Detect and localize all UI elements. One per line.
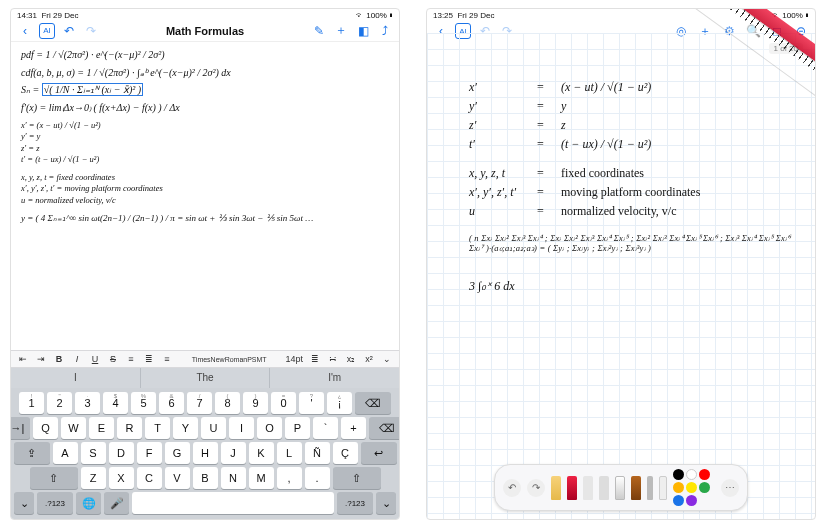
enter-key[interactable]: ↩︎ bbox=[361, 442, 397, 464]
key-P[interactable]: P bbox=[285, 417, 310, 439]
shapes-icon[interactable]: ◧ bbox=[355, 23, 371, 39]
pen-icon[interactable]: ✎ bbox=[311, 23, 327, 39]
align-left-icon[interactable]: ≡ bbox=[125, 354, 137, 364]
key-6[interactable]: 6& bbox=[159, 392, 184, 414]
list-dash-icon[interactable]: ∺ bbox=[327, 354, 339, 364]
key-R[interactable]: R bbox=[117, 417, 142, 439]
num-toggle-key-right[interactable]: .?123 bbox=[337, 492, 373, 514]
color-swatch[interactable] bbox=[673, 482, 684, 493]
key-Q[interactable]: Q bbox=[33, 417, 58, 439]
marker-tool[interactable] bbox=[583, 476, 593, 500]
key-Ç[interactable]: Ç bbox=[333, 442, 358, 464]
strike-icon[interactable]: S bbox=[107, 354, 119, 364]
key-C[interactable]: C bbox=[137, 467, 162, 489]
key-X[interactable]: X bbox=[109, 467, 134, 489]
pencil-tool[interactable] bbox=[551, 476, 561, 500]
key-B[interactable]: B bbox=[193, 467, 218, 489]
key-5[interactable]: 5% bbox=[131, 392, 156, 414]
brush-tool[interactable] bbox=[631, 476, 641, 500]
suggestion-2[interactable]: The bbox=[141, 368, 271, 388]
key-`[interactable]: ` bbox=[313, 417, 338, 439]
back-icon[interactable]: ‹ bbox=[17, 23, 33, 39]
align-right-icon[interactable]: ≡ bbox=[161, 354, 173, 364]
key-E[interactable]: E bbox=[89, 417, 114, 439]
key-3[interactable]: 3· bbox=[75, 392, 100, 414]
palette-redo-icon[interactable]: ↷ bbox=[527, 479, 545, 497]
key-T[interactable]: T bbox=[145, 417, 170, 439]
caret-selection[interactable]: √( 1/N · Σᵢ₌₁ᴺ (xᵢ − x̄)² ) bbox=[42, 83, 143, 96]
key-¡[interactable]: ¡¿ bbox=[327, 392, 352, 414]
key-O[interactable]: O bbox=[257, 417, 282, 439]
suggestion-3[interactable]: I'm bbox=[270, 368, 399, 388]
num-toggle-key[interactable]: .?123 bbox=[37, 492, 73, 514]
key-V[interactable]: V bbox=[165, 467, 190, 489]
list-bullet-icon[interactable]: ≣ bbox=[309, 354, 321, 364]
shift-key-left[interactable]: ⇧ bbox=[30, 467, 78, 489]
color-swatch[interactable] bbox=[699, 469, 710, 480]
key-U[interactable]: U bbox=[201, 417, 226, 439]
key-7[interactable]: 7/ bbox=[187, 392, 212, 414]
document-body[interactable]: pdf = 1 / √(2πσ²) · e^(−(x−μ)² / 2σ²) cd… bbox=[11, 42, 399, 232]
key-D[interactable]: D bbox=[109, 442, 134, 464]
key-W[interactable]: W bbox=[61, 417, 86, 439]
key-G[interactable]: G bbox=[165, 442, 190, 464]
color-swatch[interactable] bbox=[673, 495, 684, 506]
color-swatch[interactable] bbox=[686, 482, 697, 493]
key-+[interactable]: + bbox=[341, 417, 366, 439]
eraser-tool[interactable] bbox=[615, 476, 625, 500]
key-1[interactable]: 1! bbox=[19, 392, 44, 414]
color-swatch[interactable] bbox=[686, 495, 697, 506]
highlighter-tool[interactable] bbox=[599, 476, 609, 500]
key-8[interactable]: 8( bbox=[215, 392, 240, 414]
underline-icon[interactable]: U bbox=[89, 354, 101, 364]
x-sup-icon[interactable]: x² bbox=[363, 354, 375, 364]
key-S[interactable]: S bbox=[81, 442, 106, 464]
indent-out-icon[interactable]: ⇤ bbox=[17, 354, 29, 364]
redo-icon[interactable]: ↷ bbox=[83, 23, 99, 39]
key-'[interactable]: '? bbox=[299, 392, 324, 414]
tab-key[interactable]: →| bbox=[10, 417, 30, 439]
undo-icon[interactable]: ↶ bbox=[61, 23, 77, 39]
period-key[interactable]: . bbox=[305, 467, 330, 489]
delete-key[interactable]: ⌫ bbox=[369, 417, 400, 439]
italic-icon[interactable]: I bbox=[71, 354, 83, 364]
color-swatch[interactable] bbox=[673, 469, 684, 480]
key-F[interactable]: F bbox=[137, 442, 162, 464]
key-0[interactable]: 0= bbox=[271, 392, 296, 414]
color-swatch[interactable] bbox=[699, 482, 710, 493]
indent-in-icon[interactable]: ⇥ bbox=[35, 354, 47, 364]
hide-keyboard-key[interactable]: ⌄ bbox=[14, 492, 34, 514]
key-H[interactable]: H bbox=[193, 442, 218, 464]
hide-fmt-icon[interactable]: ⌄ bbox=[381, 354, 393, 364]
mic-key[interactable]: 🎤 bbox=[104, 492, 129, 514]
font-name[interactable]: TimesNewRomanPSMT bbox=[179, 356, 279, 363]
pen-tool[interactable] bbox=[567, 476, 577, 500]
font-size[interactable]: 14pt bbox=[285, 354, 303, 364]
globe-key[interactable]: 🌐 bbox=[76, 492, 101, 514]
ruler-palette-tool[interactable] bbox=[659, 476, 667, 500]
key-Ñ[interactable]: Ñ bbox=[305, 442, 330, 464]
key-Y[interactable]: Y bbox=[173, 417, 198, 439]
comma-key[interactable]: , bbox=[277, 467, 302, 489]
shift-key-right[interactable]: ⇧ bbox=[333, 467, 381, 489]
key-4[interactable]: 4$ bbox=[103, 392, 128, 414]
key-N[interactable]: N bbox=[221, 467, 246, 489]
palette-more-icon[interactable]: ⋯ bbox=[721, 479, 739, 497]
key-⌫[interactable]: ⌫ bbox=[355, 392, 391, 414]
caps-key[interactable]: ⇪ bbox=[14, 442, 50, 464]
fine-pen-tool[interactable] bbox=[647, 476, 653, 500]
key-A[interactable]: A bbox=[53, 442, 78, 464]
key-K[interactable]: K bbox=[249, 442, 274, 464]
x2-icon[interactable]: x₂ bbox=[345, 354, 357, 364]
align-center-icon[interactable]: ≣ bbox=[143, 354, 155, 364]
palette-undo-icon[interactable]: ↶ bbox=[503, 479, 521, 497]
key-L[interactable]: L bbox=[277, 442, 302, 464]
key-9[interactable]: 9) bbox=[243, 392, 268, 414]
color-swatch[interactable] bbox=[686, 469, 697, 480]
bold-icon[interactable]: B bbox=[53, 354, 65, 364]
suggestion-1[interactable]: I bbox=[11, 368, 141, 388]
key-M[interactable]: M bbox=[249, 467, 274, 489]
select-all-icon[interactable]: AI bbox=[39, 23, 55, 39]
key-I[interactable]: I bbox=[229, 417, 254, 439]
share-icon[interactable]: ⤴ bbox=[377, 23, 393, 39]
